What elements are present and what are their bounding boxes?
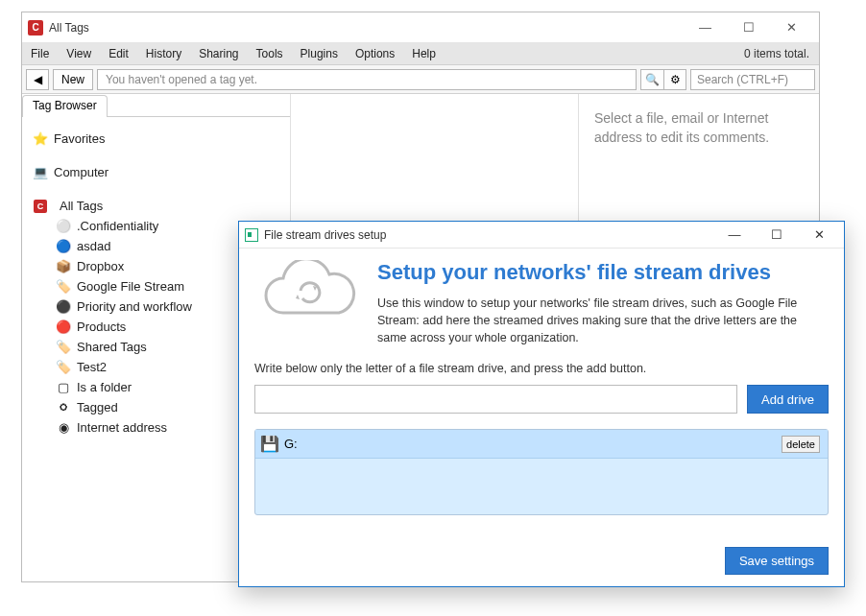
maximize-button[interactable]: ☐ — [727, 14, 770, 41]
menu-options[interactable]: Options — [347, 44, 403, 63]
menu-sharing[interactable]: Sharing — [190, 44, 247, 63]
sidebar-item-label: All Tags — [60, 199, 103, 213]
menu-plugins[interactable]: Plugins — [292, 44, 347, 63]
circle-icon: ⚫ — [57, 300, 70, 314]
menu-tools[interactable]: Tools — [248, 44, 292, 63]
gear-icon: ⚙ — [670, 73, 681, 86]
sidebar-computer[interactable]: 💻 Computer — [32, 162, 280, 182]
modal-minimize-button[interactable]: — — [713, 223, 756, 248]
hint-text: Select a file, email or Internet address… — [594, 109, 804, 147]
globe-icon: ◉ — [57, 421, 70, 435]
sidebar-item-label: Internet address — [77, 420, 167, 435]
back-button[interactable]: ◀ — [26, 69, 49, 90]
tag-icon: 🏷️ — [57, 341, 70, 354]
drive-label: G: — [284, 437, 774, 451]
circle-icon: ⭘ — [57, 401, 70, 415]
sidebar-item-label: Is a folder — [77, 380, 132, 394]
sidebar-item-label: Test2 — [77, 360, 107, 374]
tag-icon: 🏷️ — [57, 361, 70, 374]
minimize-button[interactable]: — — [684, 14, 727, 41]
menu-edit[interactable]: Edit — [100, 44, 137, 63]
items-total: 0 items total. — [744, 47, 819, 60]
menu-view[interactable]: View — [58, 44, 100, 63]
sidebar-item-label: Priority and workflow — [77, 299, 192, 314]
tag-input[interactable]: You haven't opened a tag yet. — [97, 69, 637, 90]
star-icon: ⭐ — [34, 132, 47, 146]
sidebar-item-label: .Confidentiality — [77, 219, 158, 233]
menubar: File View Edit History Sharing Tools Plu… — [22, 43, 819, 65]
modal-file-stream-drives: File stream drives setup — ☐ ✕ Setup you… — [238, 221, 845, 587]
window-title: All Tags — [49, 21, 89, 35]
modal-instruction: Write below only the letter of a file st… — [239, 362, 844, 375]
sidebar-item-label: Tagged — [77, 400, 118, 415]
add-drive-button[interactable]: Add drive — [747, 385, 829, 414]
modal-close-button[interactable]: ✕ — [798, 223, 840, 248]
tab-tag-browser[interactable]: Tag Browser — [22, 95, 108, 117]
sidebar-item-label: Favorites — [54, 131, 105, 146]
folder-icon: ▢ — [57, 381, 70, 394]
sidebar-item-label: asdad — [77, 239, 110, 253]
modal-maximize-button[interactable]: ☐ — [756, 223, 798, 248]
modal-app-icon — [245, 228, 258, 242]
menu-file[interactable]: File — [22, 44, 58, 63]
toolbar: ◀ New You haven't opened a tag yet. 🔍 ⚙ … — [22, 65, 819, 94]
drive-row[interactable]: 💾 G: delete — [255, 430, 828, 459]
search-input[interactable]: Search (CTRL+F) — [690, 69, 815, 90]
sidebar-favorites[interactable]: ⭐ Favorites — [32, 129, 280, 149]
tag-icon: 🏷️ — [57, 280, 70, 294]
modal-titlebar: File stream drives setup — ☐ ✕ — [239, 222, 844, 249]
sidebar-item-label: Shared Tags — [77, 340, 147, 354]
dropbox-icon: 📦 — [57, 260, 70, 273]
computer-icon: 💻 — [34, 166, 47, 179]
modal-title: File stream drives setup — [264, 228, 386, 242]
circle-icon: 🔴 — [57, 320, 70, 334]
drive-list: 💾 G: delete — [254, 429, 829, 515]
settings-button[interactable]: ⚙ — [663, 69, 686, 90]
close-button[interactable]: ✕ — [770, 14, 813, 41]
drive-icon: 💾 — [263, 438, 277, 451]
drive-letter-input[interactable] — [254, 385, 737, 414]
sidebar-item-label: Google File Stream — [77, 279, 184, 294]
save-settings-button[interactable]: Save settings — [725, 547, 829, 575]
circle-icon: ⚪ — [57, 220, 70, 233]
delete-drive-button[interactable]: delete — [782, 436, 820, 453]
menu-help[interactable]: Help — [403, 44, 445, 63]
cloud-sync-icon — [254, 260, 360, 327]
app-icon: C — [28, 20, 43, 36]
tag-icon: 🔵 — [57, 240, 70, 253]
search-button[interactable]: 🔍 — [640, 69, 663, 90]
modal-description: Use this window to setup your networks' … — [377, 295, 829, 346]
app-icon: C — [34, 200, 47, 213]
modal-heading: Setup your networks' file stream drives — [377, 260, 829, 285]
menu-history[interactable]: History — [137, 44, 190, 63]
search-icon: 🔍 — [645, 73, 660, 86]
sidebar-item-label: Products — [77, 320, 126, 334]
sidebar-all-tags[interactable]: C All Tags — [32, 196, 280, 216]
sidebar-item-label: Computer — [54, 165, 108, 179]
sidebar-item-label: Dropbox — [77, 259, 124, 273]
new-button[interactable]: New — [53, 69, 93, 90]
titlebar: C All Tags — ☐ ✕ — [22, 12, 819, 43]
